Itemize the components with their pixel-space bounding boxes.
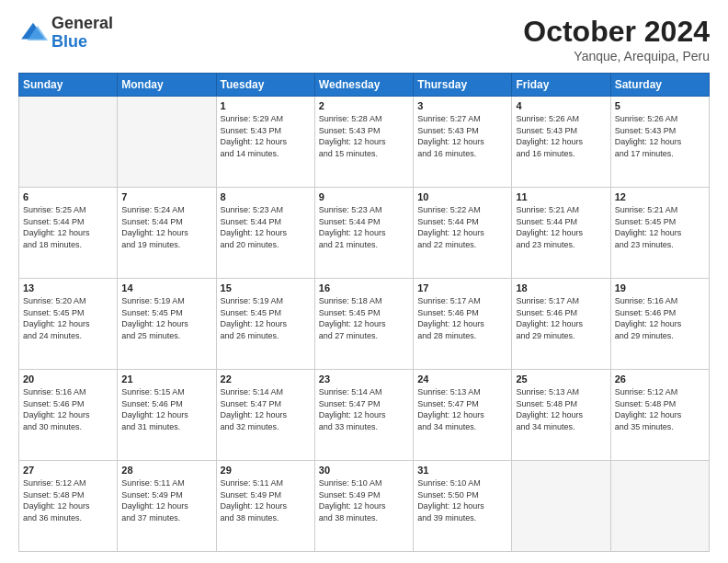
day-number: 23 [319, 373, 409, 385]
day-info: Sunrise: 5:27 AMSunset: 5:43 PMDaylight:… [417, 113, 507, 159]
calendar-day-cell: 17Sunrise: 5:17 AMSunset: 5:46 PMDayligh… [414, 279, 512, 370]
day-number: 15 [221, 282, 311, 293]
day-info: Sunrise: 5:22 AMSunset: 5:44 PMDaylight:… [417, 204, 507, 250]
calendar-day-cell: 1Sunrise: 5:29 AMSunset: 5:43 PMDaylight… [216, 97, 314, 188]
logo-text: General Blue [51, 15, 113, 52]
logo-blue-label: Blue [51, 33, 113, 52]
calendar-day-cell: 2Sunrise: 5:28 AMSunset: 5:43 PMDaylight… [314, 97, 413, 188]
calendar-day-cell: 20Sunrise: 5:16 AMSunset: 5:46 PMDayligh… [19, 370, 118, 461]
day-number: 8 [221, 191, 311, 202]
calendar-day-cell: 5Sunrise: 5:26 AMSunset: 5:43 PMDaylight… [610, 97, 709, 188]
weekday-header: Sunday [19, 74, 118, 97]
calendar-day-cell: 21Sunrise: 5:15 AMSunset: 5:46 PMDayligh… [118, 370, 216, 461]
day-info: Sunrise: 5:23 AMSunset: 5:44 PMDaylight:… [319, 204, 409, 250]
calendar-day-cell [512, 461, 610, 552]
day-number: 13 [23, 282, 113, 293]
day-info: Sunrise: 5:17 AMSunset: 5:46 PMDaylight:… [516, 295, 606, 341]
calendar-day-cell [19, 97, 118, 188]
calendar-table: SundayMondayTuesdayWednesdayThursdayFrid… [18, 73, 710, 552]
day-info: Sunrise: 5:14 AMSunset: 5:47 PMDaylight:… [319, 386, 409, 432]
title-month: October 2024 [523, 15, 710, 49]
weekday-header: Saturday [610, 74, 709, 97]
day-number: 9 [319, 191, 409, 202]
calendar-week-row: 20Sunrise: 5:16 AMSunset: 5:46 PMDayligh… [19, 370, 710, 461]
calendar-day-cell: 16Sunrise: 5:18 AMSunset: 5:45 PMDayligh… [314, 279, 413, 370]
day-number: 21 [121, 373, 211, 385]
calendar-week-row: 13Sunrise: 5:20 AMSunset: 5:45 PMDayligh… [19, 279, 710, 370]
day-number: 6 [23, 191, 113, 202]
weekday-header: Thursday [414, 74, 512, 97]
weekday-header: Friday [512, 74, 610, 97]
day-info: Sunrise: 5:25 AMSunset: 5:44 PMDaylight:… [23, 204, 113, 250]
day-number: 24 [417, 373, 507, 385]
day-number: 5 [615, 100, 705, 111]
day-number: 1 [221, 100, 311, 111]
calendar-day-cell: 6Sunrise: 5:25 AMSunset: 5:44 PMDaylight… [19, 188, 118, 279]
day-info: Sunrise: 5:11 AMSunset: 5:49 PMDaylight:… [221, 477, 311, 523]
calendar-day-cell: 7Sunrise: 5:24 AMSunset: 5:44 PMDaylight… [118, 188, 216, 279]
calendar-day-cell: 26Sunrise: 5:12 AMSunset: 5:48 PMDayligh… [610, 370, 709, 461]
calendar-day-cell: 9Sunrise: 5:23 AMSunset: 5:44 PMDaylight… [314, 188, 413, 279]
day-number: 12 [615, 191, 705, 202]
day-info: Sunrise: 5:21 AMSunset: 5:45 PMDaylight:… [615, 204, 705, 250]
day-info: Sunrise: 5:16 AMSunset: 5:46 PMDaylight:… [615, 295, 705, 341]
day-number: 20 [23, 373, 113, 385]
calendar-day-cell: 8Sunrise: 5:23 AMSunset: 5:44 PMDaylight… [216, 188, 314, 279]
title-location: Yanque, Arequipa, Peru [523, 49, 710, 63]
header: General Blue October 2024 Yanque, Arequi… [18, 15, 710, 63]
day-info: Sunrise: 5:10 AMSunset: 5:50 PMDaylight:… [417, 477, 507, 523]
calendar-day-cell: 19Sunrise: 5:16 AMSunset: 5:46 PMDayligh… [610, 279, 709, 370]
day-number: 10 [417, 191, 507, 202]
day-number: 14 [121, 282, 211, 293]
day-info: Sunrise: 5:15 AMSunset: 5:46 PMDaylight:… [121, 386, 211, 432]
day-number: 18 [516, 282, 606, 293]
day-info: Sunrise: 5:18 AMSunset: 5:45 PMDaylight:… [319, 295, 409, 341]
day-number: 3 [417, 100, 507, 111]
calendar-day-cell: 11Sunrise: 5:21 AMSunset: 5:44 PMDayligh… [512, 188, 610, 279]
calendar-day-cell: 31Sunrise: 5:10 AMSunset: 5:50 PMDayligh… [414, 461, 512, 552]
day-info: Sunrise: 5:14 AMSunset: 5:47 PMDaylight:… [221, 386, 311, 432]
day-number: 27 [23, 465, 113, 476]
logo-general-label: General [51, 15, 113, 33]
logo-icon [18, 18, 48, 48]
day-number: 28 [121, 465, 211, 476]
calendar-day-cell: 29Sunrise: 5:11 AMSunset: 5:49 PMDayligh… [216, 461, 314, 552]
weekday-header: Monday [118, 74, 216, 97]
calendar-day-cell: 23Sunrise: 5:14 AMSunset: 5:47 PMDayligh… [314, 370, 413, 461]
calendar-day-cell: 18Sunrise: 5:17 AMSunset: 5:46 PMDayligh… [512, 279, 610, 370]
calendar-day-cell: 14Sunrise: 5:19 AMSunset: 5:45 PMDayligh… [118, 279, 216, 370]
day-info: Sunrise: 5:13 AMSunset: 5:47 PMDaylight:… [417, 386, 507, 432]
calendar-day-cell: 24Sunrise: 5:13 AMSunset: 5:47 PMDayligh… [414, 370, 512, 461]
weekday-header: Tuesday [216, 74, 314, 97]
day-number: 25 [516, 373, 606, 385]
logo: General Blue [18, 15, 113, 52]
day-number: 4 [516, 100, 606, 111]
day-info: Sunrise: 5:29 AMSunset: 5:43 PMDaylight:… [221, 113, 311, 159]
day-number: 30 [319, 465, 409, 476]
title-block: October 2024 Yanque, Arequipa, Peru [523, 15, 710, 63]
day-info: Sunrise: 5:23 AMSunset: 5:44 PMDaylight:… [221, 204, 311, 250]
day-info: Sunrise: 5:19 AMSunset: 5:45 PMDaylight:… [121, 295, 211, 341]
day-info: Sunrise: 5:26 AMSunset: 5:43 PMDaylight:… [615, 113, 705, 159]
calendar-day-cell [610, 461, 709, 552]
day-info: Sunrise: 5:28 AMSunset: 5:43 PMDaylight:… [319, 113, 409, 159]
calendar-day-cell: 22Sunrise: 5:14 AMSunset: 5:47 PMDayligh… [216, 370, 314, 461]
day-number: 11 [516, 191, 606, 202]
day-info: Sunrise: 5:17 AMSunset: 5:46 PMDaylight:… [417, 295, 507, 341]
day-info: Sunrise: 5:16 AMSunset: 5:46 PMDaylight:… [23, 386, 113, 432]
calendar-day-cell: 4Sunrise: 5:26 AMSunset: 5:43 PMDaylight… [512, 97, 610, 188]
day-info: Sunrise: 5:26 AMSunset: 5:43 PMDaylight:… [516, 113, 606, 159]
day-number: 29 [221, 465, 311, 476]
day-info: Sunrise: 5:10 AMSunset: 5:49 PMDaylight:… [319, 477, 409, 523]
calendar-header-row: SundayMondayTuesdayWednesdayThursdayFrid… [19, 74, 710, 97]
calendar-day-cell: 27Sunrise: 5:12 AMSunset: 5:48 PMDayligh… [19, 461, 118, 552]
day-info: Sunrise: 5:12 AMSunset: 5:48 PMDaylight:… [615, 386, 705, 432]
day-number: 16 [319, 282, 409, 293]
day-info: Sunrise: 5:11 AMSunset: 5:49 PMDaylight:… [121, 477, 211, 523]
weekday-header: Wednesday [314, 74, 413, 97]
calendar-day-cell: 30Sunrise: 5:10 AMSunset: 5:49 PMDayligh… [314, 461, 413, 552]
calendar-day-cell: 13Sunrise: 5:20 AMSunset: 5:45 PMDayligh… [19, 279, 118, 370]
day-number: 19 [615, 282, 705, 293]
calendar-week-row: 6Sunrise: 5:25 AMSunset: 5:44 PMDaylight… [19, 188, 710, 279]
day-number: 2 [319, 100, 409, 111]
